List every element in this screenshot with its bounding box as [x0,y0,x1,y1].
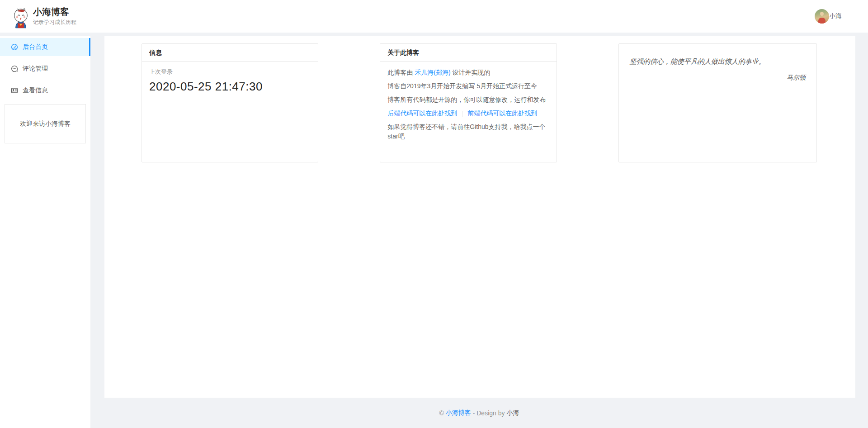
welcome-text: 欢迎来访小海博客 [20,120,71,128]
about-line-links: 后端代码可以在此处找到前端代码可以在此处找到 [387,109,549,118]
quote-text: 坚强的信心，能使平凡的人做出惊人的事业。 [630,57,806,67]
backend-code-link[interactable]: 后端代码可以在此处找到 [387,109,457,117]
sidebar-item-label: 查看信息 [23,86,48,95]
author-link[interactable]: 禾几海(郑海) [415,69,450,76]
sidebar-item-info[interactable]: 查看信息 [0,81,90,100]
content-panel: 信息 上次登录 2020-05-25 21:47:30 关于此博客 此博客由 禾… [104,36,855,398]
about-line-opensource: 博客所有代码都是开源的，你可以随意修改，运行和发布 [387,95,549,105]
info-card-body: 上次登录 2020-05-25 21:47:30 [142,62,318,100]
frontend-code-link[interactable]: 前端代码可以在此处找到 [467,109,537,117]
user-avatar [815,9,829,24]
footer: © 小海博客 - Design by 小海 [90,398,868,428]
idcard-icon [11,87,18,94]
vertical-divider [462,111,462,117]
dashboard-icon [11,43,18,51]
welcome-box: 欢迎来访小海博客 [5,104,86,143]
about-line-history: 博客自2019年3月开始开发编写 5月开始正式运行至今 [387,81,549,91]
info-card: 信息 上次登录 2020-05-25 21:47:30 [142,43,318,162]
sidebar-item-dashboard[interactable]: 后台首页 [0,38,90,56]
sidebar-item-label: 后台首页 [23,43,48,51]
about-card: 关于此博客 此博客由 禾几海(郑海) 设计并实现的 博客自2019年3月开始开发… [380,43,557,162]
sidebar: 后台首页 评论管理 查看信息 [0,36,90,428]
site-title: 小海博客 [33,6,76,17]
sidebar-item-comments[interactable]: 评论管理 [0,60,90,78]
comment-icon [11,65,18,72]
sidebar-item-label: 评论管理 [23,65,48,73]
main-column: 信息 上次登录 2020-05-25 21:47:30 关于此博客 此博客由 禾… [90,33,868,428]
app-header: 小海博客 记录学习成长历程 小海 [0,0,868,33]
about-line1-prefix: 此博客由 [387,69,415,76]
about-card-title: 关于此博客 [380,44,556,62]
footer-middle: - Design by [471,409,507,417]
user-name: 小海 [829,12,842,20]
sidebar-menu: 后台首页 评论管理 查看信息 [0,36,90,100]
user-menu[interactable]: 小海 [815,9,842,24]
site-logo-icon [12,7,29,29]
footer-author: 小海 [506,409,519,417]
about-line1-suffix: 设计并实现的 [451,69,491,76]
site-brand[interactable]: 小海博客 记录学习成长历程 [12,4,76,29]
about-line-star: 如果觉得博客还不错，请前往Github支持我，给我点一个star吧 [387,122,549,141]
last-login-value: 2020-05-25 21:47:30 [149,80,311,94]
site-subtitle: 记录学习成长历程 [33,19,76,26]
about-card-body: 此博客由 禾几海(郑海) 设计并实现的 博客自2019年3月开始开发编写 5月开… [380,62,556,152]
footer-copyright: © [439,409,446,417]
brand-text: 小海博客 记录学习成长历程 [33,6,76,26]
info-card-title: 信息 [142,44,318,62]
footer-site-link[interactable]: 小海博客 [446,409,471,417]
cards-row: 信息 上次登录 2020-05-25 21:47:30 关于此博客 此博客由 禾… [104,36,855,162]
main-layout: 后台首页 评论管理 查看信息 [0,33,868,428]
quote-author: ——马尔顿 [630,74,806,82]
last-login-label: 上次登录 [149,68,311,76]
about-line-author: 此博客由 禾几海(郑海) 设计并实现的 [387,68,549,77]
quote-card: 坚强的信心，能使平凡的人做出惊人的事业。 ——马尔顿 [618,43,817,162]
